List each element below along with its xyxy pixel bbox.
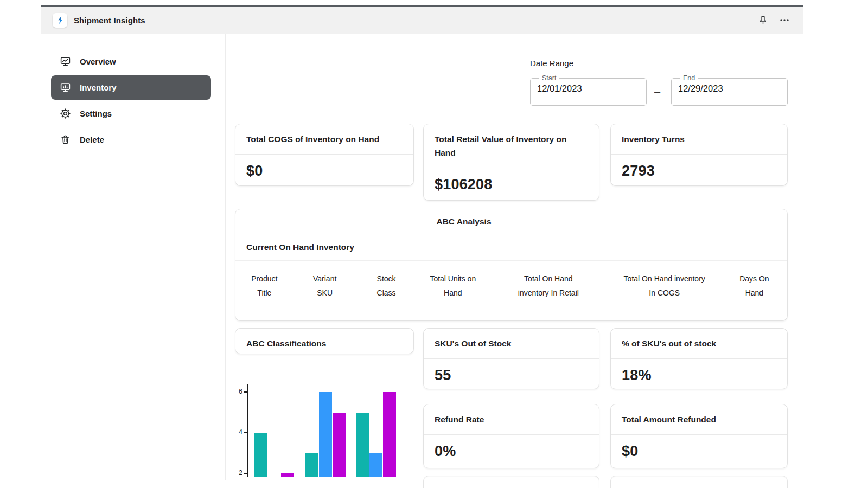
card-title: SKU's Out of Stock bbox=[424, 329, 599, 359]
pin-icon bbox=[758, 15, 768, 25]
card-abc-classifications: ABC Classifications bbox=[235, 328, 414, 354]
card-inventory-turns: Inventory Turns 2793 bbox=[610, 124, 788, 186]
chart-bar bbox=[305, 453, 318, 478]
card-total-refunded: Total Amount Refunded $0 bbox=[610, 404, 788, 468]
date-range-label: Date Range bbox=[530, 59, 573, 68]
sidebar-item-settings[interactable]: Settings bbox=[51, 101, 211, 126]
chart-bar bbox=[333, 413, 346, 478]
chart-y-axis bbox=[247, 384, 248, 477]
card-value: $0 bbox=[235, 155, 413, 186]
date-start-legend: Start bbox=[539, 74, 559, 82]
card-total-cogs: Total COGS of Inventory on Hand $0 bbox=[235, 124, 414, 186]
card-title: ABC Classifications bbox=[235, 329, 413, 354]
card-title: Total Retail Value of Inventory on Hand bbox=[424, 124, 599, 168]
sidebar: Overview Inventory Settings bbox=[41, 34, 225, 480]
partial-card bbox=[423, 476, 599, 488]
abc-classifications-chart: 642 bbox=[235, 380, 414, 477]
date-start-value[interactable]: 12/01/2023 bbox=[537, 84, 640, 94]
trash-icon bbox=[60, 134, 71, 145]
y-tick-label: 6 bbox=[235, 388, 242, 395]
abc-analysis-title: ABC Analysis bbox=[235, 209, 787, 234]
date-end-legend: End bbox=[680, 74, 698, 82]
y-tick-mark bbox=[244, 473, 247, 474]
app-logo bbox=[53, 13, 67, 28]
monitor-line-chart-icon bbox=[60, 56, 71, 67]
date-start-field[interactable]: Start 12/01/2023 bbox=[530, 74, 647, 106]
chart-bar bbox=[254, 433, 267, 477]
y-tick-label: 2 bbox=[235, 469, 242, 477]
card-title: Total Amount Refunded bbox=[611, 404, 787, 435]
chart-bar bbox=[383, 392, 396, 477]
sidebar-item-overview[interactable]: Overview bbox=[51, 49, 211, 74]
column-header: Days On Hand bbox=[722, 272, 787, 300]
pin-button[interactable] bbox=[756, 14, 769, 27]
sidebar-item-label: Settings bbox=[80, 109, 112, 118]
card-value: $0 bbox=[611, 435, 787, 468]
abc-section-title: Current On Hand Inventory bbox=[235, 234, 787, 261]
sidebar-item-label: Delete bbox=[80, 135, 104, 144]
card-value: 55 bbox=[424, 359, 599, 389]
page-title: Shipment Insights bbox=[74, 16, 145, 25]
card-value: 18% bbox=[611, 359, 787, 389]
abc-analysis-panel: ABC Analysis Current On Hand Inventory P… bbox=[235, 209, 788, 321]
more-menu-button[interactable] bbox=[778, 14, 791, 27]
y-tick-mark bbox=[244, 391, 247, 393]
date-end-value[interactable]: 12/29/2023 bbox=[678, 84, 781, 94]
card-value: $106208 bbox=[424, 168, 599, 201]
app-header-bar: Shipment Insights bbox=[41, 7, 803, 34]
card-title: Total COGS of Inventory on Hand bbox=[235, 124, 413, 155]
card-value: 0% bbox=[424, 435, 599, 468]
date-end-field[interactable]: End 12/29/2023 bbox=[671, 74, 788, 106]
y-tick-label: 4 bbox=[235, 428, 242, 436]
chart-bar bbox=[281, 473, 294, 477]
column-header: Total On Hand inventory In COGS bbox=[608, 272, 722, 300]
sidebar-item-inventory[interactable]: Inventory bbox=[51, 75, 211, 100]
sidebar-item-label: Inventory bbox=[80, 83, 117, 92]
card-total-retail: Total Retail Value of Inventory on Hand … bbox=[423, 124, 599, 201]
chart-bar bbox=[369, 453, 382, 478]
table-header-divider bbox=[246, 310, 776, 310]
column-header: Variant SKU bbox=[293, 272, 356, 300]
sidebar-item-label: Overview bbox=[80, 57, 116, 66]
card-title: Inventory Turns bbox=[611, 124, 787, 155]
card-title: Refund Rate bbox=[424, 404, 599, 435]
chart-bar bbox=[356, 413, 369, 478]
monitor-bar-chart-icon bbox=[60, 82, 71, 93]
chart-bar bbox=[319, 392, 332, 477]
y-tick-mark bbox=[244, 432, 247, 433]
card-skus-out-of-stock: SKU's Out of Stock 55 bbox=[423, 328, 599, 389]
date-range-separator: – bbox=[654, 86, 660, 98]
partial-card bbox=[610, 476, 788, 488]
column-header: Stock Class bbox=[356, 272, 417, 300]
lightning-icon bbox=[55, 15, 65, 25]
ellipsis-icon bbox=[779, 15, 790, 25]
column-header: Total Units on Hand bbox=[416, 272, 489, 300]
sidebar-divider bbox=[225, 34, 226, 480]
sidebar-item-delete[interactable]: Delete bbox=[51, 127, 211, 152]
card-title: % of SKU's out of stock bbox=[611, 329, 787, 359]
abc-table-header-row: Product Title Variant SKU Stock Class To… bbox=[235, 261, 787, 300]
card-value: 2793 bbox=[611, 155, 787, 186]
column-header: Product Title bbox=[235, 272, 293, 300]
card-pct-skus-out-of-stock: % of SKU's out of stock 18% bbox=[610, 328, 788, 389]
column-header: Total On Hand inventory In Retail bbox=[489, 272, 607, 300]
gear-icon bbox=[60, 108, 71, 119]
card-refund-rate: Refund Rate 0% bbox=[423, 404, 599, 468]
